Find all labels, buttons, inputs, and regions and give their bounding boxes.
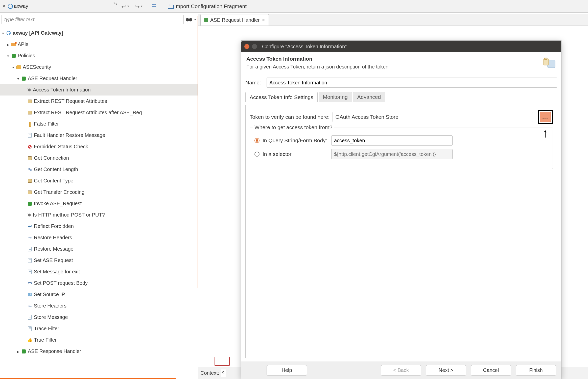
radio2-label: In a selector	[263, 151, 328, 157]
tree-label: Restore Headers	[34, 235, 72, 241]
tree-label: Get Content Length	[34, 167, 78, 172]
verify-label: Token to verify can be found here:	[250, 114, 330, 120]
link-icon	[28, 282, 32, 284]
tree-label: Set Source IP	[34, 292, 65, 297]
doc-icon	[28, 133, 32, 138]
expand-icon[interactable]	[6, 42, 10, 46]
window-close-icon[interactable]	[244, 44, 249, 49]
length-icon: ↹	[27, 167, 32, 172]
tree-item[interactable]: Fault Handler Restore Message	[0, 130, 198, 141]
query-param-input[interactable]	[331, 135, 453, 146]
invoke-icon	[28, 202, 32, 206]
radio-selector[interactable]	[254, 152, 260, 157]
dialog-description: For a given Access Token, return a json …	[246, 64, 538, 70]
dialog-header: Access Token Information For a given Acc…	[241, 52, 561, 74]
tree-item[interactable]: False Filter	[0, 118, 198, 130]
tree-label: axway [API Gateway]	[13, 30, 63, 36]
dialog-heading: Access Token Information	[246, 56, 538, 62]
close-icon[interactable]: ✕	[262, 18, 265, 22]
context-field[interactable]: <	[221, 369, 226, 377]
editor-tab-request-handler[interactable]: ASE Request Handler ✕	[200, 14, 269, 26]
cancel-button[interactable]: Cancel	[471, 365, 511, 376]
close-icon[interactable]: ✕	[0, 4, 8, 9]
tree-item[interactable]: Set POST request Body	[0, 277, 198, 289]
history-fwd-button[interactable]: ⮑▾	[133, 3, 144, 10]
tree-item[interactable]: 👍True Filter	[0, 334, 198, 346]
axway-icon	[7, 31, 11, 35]
help-button[interactable]: Help	[267, 365, 307, 376]
back-button[interactable]: < Back	[381, 365, 421, 376]
tree-item[interactable]: Set ASE Request	[0, 255, 198, 266]
tree-item[interactable]: Is HTTP method POST or PUT?	[0, 209, 198, 221]
tree-policies[interactable]: Policies	[0, 50, 198, 61]
dialog-footer: Help < Back Next > Cancel Finish	[241, 362, 561, 379]
tree-item[interactable]: Set Source IP	[0, 289, 198, 300]
tree-item[interactable]: Store Message	[0, 312, 198, 323]
dialog-titlebar[interactable]: Configure "Access Token Information"	[241, 41, 561, 52]
expand-icon[interactable]	[16, 77, 20, 81]
tree-item[interactable]: Get Content Type	[0, 175, 198, 186]
tree-item[interactable]: ↩Reflect Forbidden	[0, 221, 198, 232]
token-store-field[interactable]: OAuth Access Token Store	[333, 112, 533, 122]
finish-button[interactable]: Finish	[516, 365, 556, 376]
tree-item[interactable]: ⇋Restore Headers	[0, 232, 198, 243]
tree-response-handler[interactable]: ASE Response Handler	[0, 346, 198, 357]
connection-icon	[28, 156, 32, 160]
radio-query-string[interactable]	[254, 138, 260, 143]
tree-asesecurity[interactable]: ASESecurity	[0, 61, 198, 73]
grid-icon[interactable]	[152, 4, 158, 9]
configure-dialog: Configure "Access Token Information" Acc…	[241, 40, 561, 379]
tab-settings[interactable]: Access Token Info Settings	[245, 92, 318, 102]
tab-monitoring[interactable]: Monitoring	[319, 92, 352, 102]
tree-label: False Filter	[34, 121, 59, 127]
expand-icon[interactable]	[1, 31, 5, 35]
import-fragment-button[interactable]: Import Configuration Fragment	[166, 3, 248, 10]
tree-item[interactable]: Get Connection	[0, 152, 198, 164]
next-button[interactable]: Next >	[426, 365, 466, 376]
tree-label: Forbidden Status Check	[34, 144, 88, 150]
tree-label: Set POST request Body	[34, 280, 88, 286]
separator	[162, 3, 162, 10]
tree-item[interactable]: Get Transfer Encoding	[0, 186, 198, 198]
expand-icon[interactable]	[6, 54, 10, 58]
binoculars-icon[interactable]	[186, 17, 192, 22]
history-back-button[interactable]: ⮐▾	[120, 3, 131, 10]
tree-item[interactable]: Trace Filter	[0, 323, 198, 334]
filter-menu-icon[interactable]: ▾	[194, 18, 196, 21]
filter-input[interactable]	[2, 15, 184, 24]
forbidden-icon	[28, 145, 32, 149]
tree-label: Get Transfer Encoding	[34, 189, 84, 195]
name-input[interactable]	[267, 78, 557, 88]
tree-item[interactable]: ↹Get Content Length	[0, 164, 198, 175]
tree-root[interactable]: axway [API Gateway]	[0, 27, 198, 39]
doc-icon	[28, 258, 32, 263]
tree-item-access-token-info[interactable]: Access Token Information	[0, 84, 198, 96]
tree-item[interactable]: Forbidden Status Check	[0, 141, 198, 152]
tree-label: Restore Message	[34, 246, 74, 252]
browse-highlight: ... ↑	[538, 110, 553, 124]
gear-icon	[27, 213, 31, 217]
brand-text: axway	[14, 3, 28, 9]
expand-icon[interactable]	[16, 349, 20, 353]
tree-label: True Filter	[34, 337, 57, 343]
tree-item[interactable]: Extract REST Request Attributes	[0, 96, 198, 107]
browse-button[interactable]: ...	[540, 112, 551, 122]
folder-icon	[16, 65, 21, 69]
canvas-node[interactable]	[215, 357, 230, 366]
expand-icon[interactable]	[11, 65, 15, 69]
tree-item[interactable]: Set Message for exit	[0, 266, 198, 277]
tree-item[interactable]: ⇋Store Headers	[0, 300, 198, 312]
tree-label: Policies	[18, 53, 35, 59]
radio1-label: In Query String/Form Body:	[263, 137, 328, 144]
tree-item[interactable]: Invoke ASE_Request	[0, 198, 198, 209]
tree-label: APIs	[18, 41, 28, 47]
tree-request-handler[interactable]: ASE Request Handler	[0, 73, 198, 84]
tree-item[interactable]: Restore Message	[0, 243, 198, 255]
tab-advanced[interactable]: Advanced	[353, 92, 385, 102]
view-menu-indicator[interactable]: »₁	[113, 1, 117, 5]
tree-apis[interactable]: APIs	[0, 39, 198, 50]
window-min-icon[interactable]	[252, 44, 257, 49]
tree-label: Set ASE Request	[34, 257, 73, 263]
gear-icon	[27, 88, 31, 92]
tree-item[interactable]: Extract REST Request Attributes after AS…	[0, 107, 198, 118]
